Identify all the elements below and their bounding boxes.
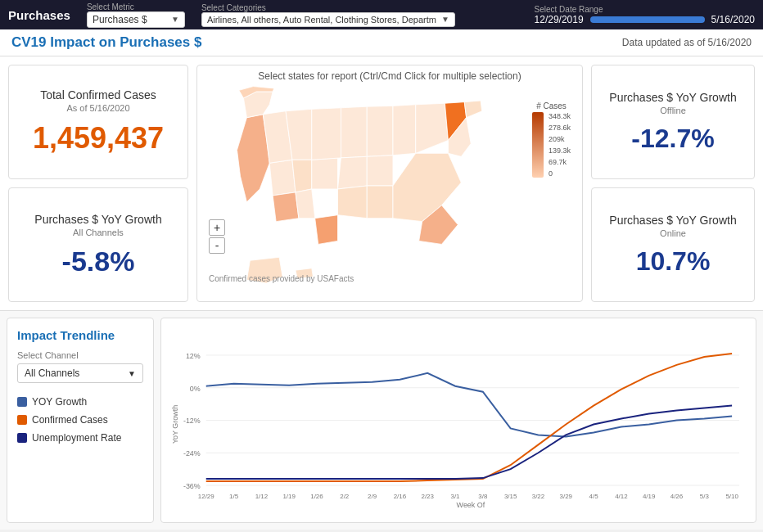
categories-dropdown[interactable]: Airlines, All others, Auto Rental, Cloth… [201, 12, 455, 27]
date-range-bar: 12/29/2019 5/16/2020 [535, 14, 755, 25]
zoom-in-button[interactable]: + [209, 219, 225, 236]
channel-chevron-icon: ▼ [128, 369, 136, 378]
svg-text:YoY Growth: YoY Growth [171, 405, 179, 444]
state-nevada[interactable] [269, 160, 296, 196]
trendline-chart: 12% 0% -12% -24% -36% YoY Growth 12/29 1… [169, 325, 747, 516]
state-colorado[interactable] [312, 158, 338, 189]
state-ks-mo[interactable] [338, 156, 368, 189]
svg-text:12%: 12% [186, 352, 201, 360]
state-arizona[interactable] [273, 192, 299, 222]
svg-text:0%: 0% [190, 385, 201, 393]
legend-labels: 348.3k 278.6k 209k 139.3k 69.7k 0 [549, 112, 571, 178]
svg-text:2/9: 2/9 [368, 493, 377, 500]
svg-text:4/12: 4/12 [615, 493, 628, 500]
state-dakota-ne[interactable] [312, 108, 341, 160]
online-subtitle: Online [605, 228, 741, 238]
offline-card: Purchases $ YoY Growth Offline -12.7% [591, 65, 755, 179]
svg-text:1/19: 1/19 [282, 493, 296, 500]
all-channels-value: -5.8% [22, 246, 174, 277]
state-oklahoma-ark[interactable] [338, 186, 368, 219]
legend-title: # Cases [536, 101, 567, 110]
yoy-label: YOY Growth [32, 396, 87, 408]
map-container[interactable]: # Cases 348.3k 278.6k 209k 139.3k 69.7k … [202, 85, 577, 286]
unemployment-color-swatch [17, 433, 27, 443]
svg-text:4/26: 4/26 [670, 493, 684, 500]
svg-text:2/23: 2/23 [421, 493, 434, 500]
top-section: Total Confirmed Cases As of 5/16/2020 1,… [0, 56, 763, 310]
metric-chevron-icon: ▼ [166, 15, 179, 24]
date-range-slider[interactable] [590, 16, 705, 23]
state-wi-il[interactable] [367, 106, 393, 156]
svg-text:5/10: 5/10 [725, 493, 738, 500]
state-new-england[interactable] [464, 101, 481, 118]
legend-color-bar [532, 112, 544, 178]
categories-chevron-icon: ▼ [436, 15, 449, 24]
svg-text:3/15: 3/15 [504, 493, 517, 500]
svg-text:3/22: 3/22 [532, 493, 545, 500]
state-utah[interactable] [292, 160, 312, 192]
state-mo-ky[interactable] [367, 156, 393, 186]
categories-label: Select Categories [201, 3, 455, 12]
date-range-group: Select Date Range 12/29/2019 5/16/2020 [535, 5, 755, 25]
map-section[interactable]: Select states for report (Ctrl/Cmd Click… [196, 65, 583, 302]
map-legend: # Cases 348.3k 278.6k 209k 139.3k 69.7k … [532, 101, 571, 178]
app-title: Purchases [8, 8, 70, 22]
svg-text:1/26: 1/26 [310, 493, 323, 500]
cases-label: Confirmed Cases [32, 414, 108, 426]
usa-map[interactable] [202, 85, 577, 286]
channel-dropdown[interactable]: All Channels ▼ [17, 363, 143, 383]
all-channels-subtitle: All Channels [22, 228, 174, 237]
total-cases-subtitle: As of 5/16/2020 [22, 103, 174, 113]
bottom-section: Impact Trendline Select Channel All Chan… [0, 310, 763, 530]
offline-title: Purchases $ YoY Growth [605, 91, 741, 104]
metric-label: Select Metric [87, 2, 185, 11]
svg-text:1/12: 1/12 [255, 493, 269, 500]
svg-text:12/29: 12/29 [198, 493, 214, 500]
state-mi-oh[interactable] [393, 105, 416, 156]
svg-text:5/3: 5/3 [700, 493, 710, 500]
online-card: Purchases $ YoY Growth Online 10.7% [591, 187, 755, 302]
all-channels-title: Purchases $ YoY Growth [22, 213, 174, 226]
map-zoom-controls: + - [209, 219, 225, 254]
legend-item-yoy: YOY Growth [17, 396, 143, 408]
state-virginia-nc[interactable] [393, 153, 461, 221]
unemployment-label: Unemployment Rate [32, 432, 121, 444]
state-new-mexico[interactable] [296, 189, 315, 219]
total-cases-card: Total Confirmed Cases As of 5/16/2020 1,… [8, 65, 188, 179]
svg-text:-36%: -36% [183, 482, 201, 490]
date-end: 5/16/2020 [711, 14, 755, 25]
unemployment-line [206, 406, 732, 479]
svg-text:1/5: 1/5 [229, 493, 239, 500]
chart-sidebar: Impact Trendline Select Channel All Chan… [7, 318, 154, 523]
map-title: Select states for report (Ctrl/Cmd Click… [202, 70, 577, 82]
svg-text:4/19: 4/19 [643, 493, 656, 500]
metric-dropdown[interactable]: Purchases $ ▼ [87, 11, 185, 28]
state-ms-al[interactable] [367, 186, 393, 219]
yoy-color-swatch [17, 397, 27, 407]
svg-text:4/5: 4/5 [589, 493, 599, 500]
date-range-label: Select Date Range [535, 5, 755, 14]
online-value: 10.7% [605, 246, 741, 277]
svg-text:Week Of: Week Of [457, 501, 485, 509]
state-mn-ia[interactable] [341, 106, 367, 158]
chart-area: 12% 0% -12% -24% -36% YoY Growth 12/29 1… [160, 318, 756, 523]
date-start: 12/29/2019 [535, 14, 584, 25]
left-kpis: Total Confirmed Cases As of 5/16/2020 1,… [8, 65, 188, 302]
zoom-out-button[interactable]: - [209, 237, 225, 254]
confirmed-cases-line [206, 354, 732, 481]
svg-text:3/1: 3/1 [450, 493, 460, 500]
state-pa-ny[interactable] [416, 103, 449, 153]
total-cases-value: 1,459,437 [22, 121, 174, 156]
state-texas[interactable] [315, 215, 338, 245]
metric-select-group: Select Metric Purchases $ ▼ [87, 2, 185, 28]
map-credit: Confirmed cases provided by USAFacts [209, 274, 354, 283]
yoy-growth-line [206, 373, 732, 437]
categories-select-group: Select Categories Airlines, All others, … [201, 3, 455, 27]
data-updated: Data updated as of 5/16/2020 [622, 37, 752, 48]
offline-subtitle: Offline [605, 106, 741, 115]
legend-item-cases: Confirmed Cases [17, 414, 143, 426]
right-kpis: Purchases $ YoY Growth Offline -12.7% Pu… [591, 65, 755, 302]
top-bar: Purchases Select Metric Purchases $ ▼ Se… [0, 0, 763, 29]
svg-text:-24%: -24% [183, 449, 201, 458]
subtitle-bar: CV19 Impact on Purchases $ Data updated … [0, 29, 763, 56]
